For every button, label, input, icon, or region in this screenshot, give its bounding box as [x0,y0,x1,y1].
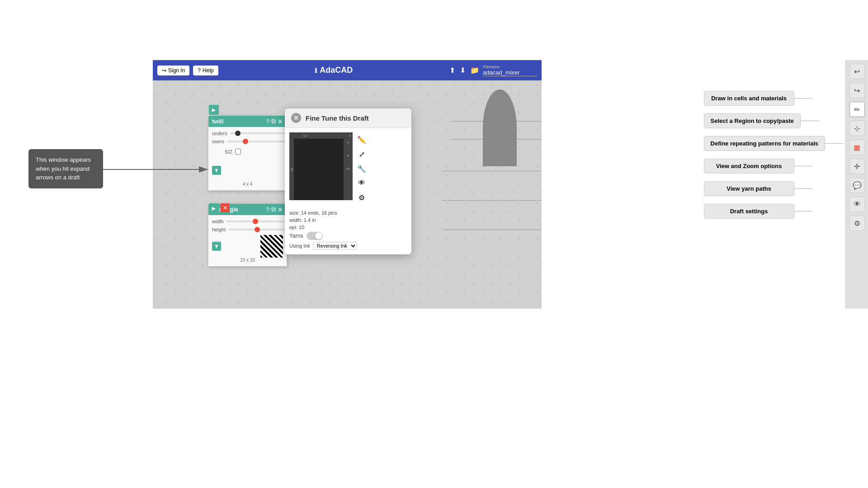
yarns-label: Yarns [289,233,303,239]
rect-card-title: rectangle [212,206,264,213]
height-slider[interactable] [228,229,287,230]
connector-draft-settings [794,211,812,211]
download-icon[interactable]: ⬇ [460,66,466,75]
draft-preview [483,89,517,166]
sign-in-button[interactable]: ↪ Sign In [157,66,189,75]
twill-close-icon[interactable]: ✕ [278,118,283,125]
overs-slider[interactable] [227,141,285,142]
header-bar: ↪ Sign In ? Help ℹ AdaCAD ⬆ ⬇ 📁 Filename [153,60,542,80]
using-ink-row: Using Ink Reversing Ink [289,242,407,250]
expand-arrow-button-rect[interactable]: ► [209,203,219,213]
yarns-row: Yarns [289,232,407,240]
tooltip-box: This window appears when you hit expand … [28,149,103,188]
undo-button[interactable]: ↩ [849,64,865,79]
expand-icon[interactable]: ⤢ [356,149,367,160]
view-zoom-label[interactable]: View and Zoom options [704,159,794,174]
settings-tool-button[interactable]: ⚙ [849,216,865,231]
fine-tune-dialog: ✕ Fine Tune this Draft 14 0 16 0 6 16 ✏️… [285,108,411,254]
edit-pencil-icon[interactable]: ✏️ [356,134,367,145]
twill-card-body: unders 1 overs 3 S/Z ▼ 4 x 4 [208,127,287,190]
dialog-footer: size: 14 ends, 16 pics width: 1.4 in epi… [285,207,411,254]
move-tool-button[interactable]: ✛ [849,159,865,174]
pattern-tool-button[interactable]: ▦ [849,140,865,155]
view-zoom-row: View and Zoom options [704,156,843,176]
sz-row: S/Z [212,147,283,156]
filename-input[interactable] [483,69,537,76]
draw-tool-button[interactable]: ✏ [849,102,865,117]
select-tool-label[interactable]: Select a Region to copy/paste [704,113,801,128]
width-slider[interactable] [226,221,285,222]
yarns-toggle[interactable] [307,232,323,240]
app-title-area: ℹ AdaCAD [222,66,446,75]
select-tool-row: Select a Region to copy/paste [704,111,843,131]
width-row: width 10 [212,219,283,224]
patterns-tool-label[interactable]: Define repeating patterns for materials [704,136,825,151]
unders-slider[interactable] [230,132,288,134]
tool-labels-panel: Draw in cells and materials Select a Reg… [704,88,843,221]
dialog-close-button[interactable]: ✕ [291,113,301,123]
upload-icon[interactable]: ⬆ [449,66,455,75]
sz-checkbox[interactable] [235,149,241,155]
connector-line-4 [442,200,542,201]
width-label: width [212,219,224,224]
app-title: AdaCAD [320,66,353,75]
redo-button[interactable]: ↪ [849,83,865,98]
canvas-ruler-top: 14 0 [289,132,353,139]
rect-card-header: rectangle ? ⧉ ✕ [208,204,287,215]
yarn-paths-row: View yarn paths [704,178,843,199]
rect-copy-icon[interactable]: ⧉ [271,206,276,213]
help-button[interactable]: ? Help [193,66,218,75]
draft-settings-label[interactable]: Draft settings [704,204,794,219]
connector-line-5 [442,230,542,230]
dialog-canvas[interactable]: 14 0 16 0 6 16 [289,132,353,200]
settings-icon[interactable]: ⚙ [356,192,367,203]
connector-patterns [825,143,843,144]
select-tool-button[interactable]: ⊹ [849,121,865,136]
connector-draw [794,98,812,99]
yarn-paths-label[interactable]: View yarn paths [704,181,794,196]
connector-yarn-paths [794,188,812,189]
height-row: height 10 [212,227,283,232]
filename-area: Filename [483,65,537,76]
rect-close-icon[interactable]: ✕ [278,206,283,213]
rect-card-body: width 10 height 10 ▼ 10 x 10 [208,215,287,266]
overs-row: overs 3 [212,139,283,144]
draw-tool-label[interactable]: Draw in cells and materials [704,91,794,106]
unders-row: unders 1 [212,131,283,136]
twill-copy-icon[interactable]: ⧉ [271,117,276,125]
info-icon: ℹ [315,67,317,74]
twill-card-header: twill ? ⧉ ✕ [208,116,287,127]
ink-select[interactable]: Reversing Ink [313,242,357,250]
tooltip-arrow-svg [102,165,215,174]
rect-preview [260,235,283,258]
view-tool-button[interactable]: 👁 [849,197,865,212]
view-icon[interactable]: 👁 [356,178,367,188]
twill-size-label: 4 x 4 [212,182,283,187]
dialog-width-info: width: 1.4 in [289,217,407,223]
expand-arrow-button-top[interactable]: ► [209,105,219,115]
dialog-body: 14 0 16 0 6 16 ✏️ ⤢ 🔧 👁 ⚙ [285,128,411,207]
comment-tool-button[interactable]: 💬 [849,178,865,193]
using-ink-label: Using Ink [289,243,310,249]
dialog-epi-info: epi: 10 [289,225,407,230]
twill-card: twill ? ⧉ ✕ unders 1 overs 3 S/Z ▼ 4 x 4 [208,115,287,191]
connector-line-3 [442,171,542,171]
canvas-ruler-left: 16 [289,139,294,200]
filename-label: Filename [483,65,500,69]
twill-help-icon[interactable]: ? [266,118,269,125]
patterns-tool-row: Define repeating patterns for materials [704,133,843,154]
tooltip-text: This window appears when you hit expand … [36,156,91,181]
collapse-rect-inner-btn[interactable]: ▼ [212,242,221,251]
connector-view-zoom [794,166,812,166]
unders-label: unders [212,131,227,136]
eyedropper-icon[interactable]: 🔧 [356,163,367,174]
canvas-ruler-right: 0 6 16 [344,139,353,200]
signin-icon: ↪ [162,67,166,74]
twill-card-title: twill [212,118,264,125]
rect-help-icon[interactable]: ? [266,206,269,213]
toggle-knob [315,232,322,239]
folder-icon[interactable]: 📁 [470,66,479,75]
collapse-rect-btn[interactable]: ✕ [221,203,230,212]
sz-label: S/Z [212,149,232,155]
rect-card: rectangle ? ⧉ ✕ width 10 height 10 ▼ 10 … [208,203,287,267]
